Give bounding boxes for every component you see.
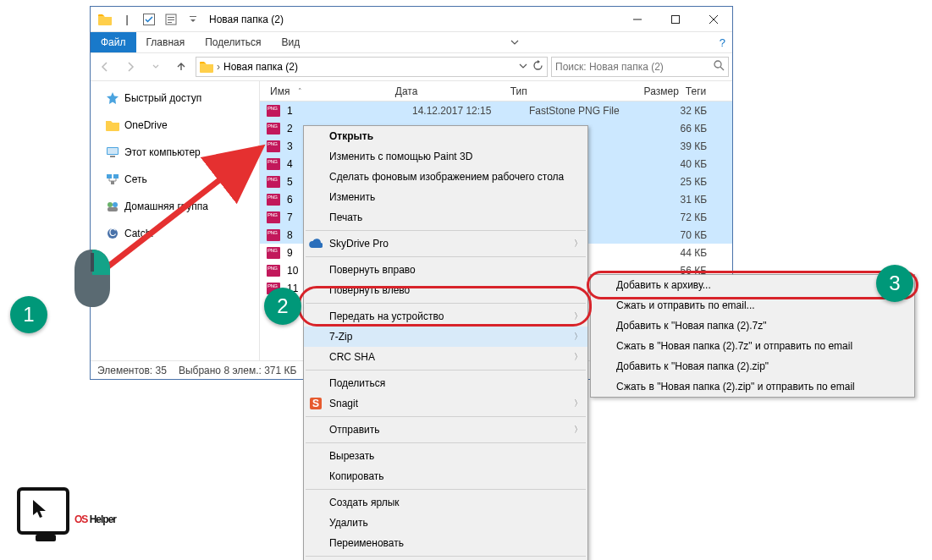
address-bar[interactable]: › Новая папка (2) [196, 57, 548, 77]
menu-item[interactable]: CRC SHA〉 [304, 347, 587, 367]
sidebar-item-label: OneDrive [124, 119, 168, 131]
column-size[interactable]: Размер [624, 85, 682, 97]
menu-item-label: Сделать фоновым изображением рабочего ст… [329, 171, 564, 183]
menu-item[interactable]: Сжать в "Новая папка (2).7z" и отправить… [591, 336, 914, 356]
menu-item[interactable]: Отправить〉 [304, 420, 587, 440]
minimize-button[interactable] [618, 7, 656, 32]
sidebar-item-this-pc[interactable]: Этот компьютер [91, 142, 259, 162]
context-menu: ОткрытьИзменить с помощью Paint 3DСделат… [303, 125, 588, 560]
menu-item[interactable]: Поделиться [304, 373, 587, 393]
annotation-badge-1: 1 [10, 296, 47, 333]
menu-item-label: 7-Zip [329, 331, 352, 343]
file-size: 39 КБ [648, 140, 707, 152]
logo-screen-icon [17, 487, 69, 535]
catch-icon: C [106, 227, 119, 240]
properties-icon[interactable] [162, 10, 180, 29]
menu-item[interactable]: Передать на устройство〉 [304, 306, 587, 327]
svg-point-15 [108, 202, 113, 207]
submenu-7zip: Добавить к архиву...Сжать и отправить по… [590, 274, 915, 398]
tab-view[interactable]: Вид [271, 32, 310, 52]
chevron-right-icon: 〉 [574, 398, 582, 409]
sidebar-item-quick-access[interactable]: Быстрый доступ [91, 88, 259, 108]
file-row[interactable]: 1 14.12.2017 12:15 FastStone PNG File 32… [260, 102, 732, 119]
column-type[interactable]: Тип [507, 85, 624, 97]
nav-forward-button[interactable] [119, 56, 141, 78]
column-name[interactable]: Имя˄ [267, 85, 392, 97]
menu-item[interactable]: Копировать [304, 466, 587, 486]
breadcrumb[interactable]: Новая папка (2) [223, 61, 298, 73]
ribbon-tabs: Файл Главная Поделиться Вид ? [91, 32, 732, 52]
checkbox-icon[interactable] [140, 10, 158, 29]
close-button[interactable] [694, 7, 732, 32]
png-file-icon [267, 265, 280, 277]
png-file-icon [267, 158, 280, 170]
cursor-icon [32, 499, 47, 521]
search-icon[interactable] [714, 60, 725, 74]
sidebar-item-catch[interactable]: C Catch! [91, 223, 259, 244]
menu-item-label: Отправить [329, 424, 380, 436]
window-title: Новая папка (2) [207, 14, 618, 25]
chevron-down-icon[interactable] [519, 61, 527, 73]
tab-share[interactable]: Поделиться [195, 32, 271, 52]
svg-rect-6 [633, 19, 642, 19]
column-tags[interactable]: Теги [682, 85, 732, 97]
tab-home[interactable]: Главная [136, 32, 196, 52]
svg-point-16 [113, 202, 118, 207]
sidebar-item-onedrive[interactable]: OneDrive [91, 115, 259, 135]
menu-item-label: Открыть [329, 130, 373, 142]
png-file-icon [267, 194, 280, 206]
chevron-right-icon: 〉 [574, 310, 582, 322]
menu-item-label: Печать [329, 211, 362, 223]
menu-item-label: Вырезать [329, 450, 374, 462]
menu-item[interactable]: Сделать фоновым изображением рабочего ст… [304, 167, 587, 187]
menu-item[interactable]: Изменить [304, 187, 587, 207]
cloud-icon [309, 237, 323, 250]
menu-item-label: Сжать в "Новая папка (2).zip" и отправит… [616, 381, 855, 393]
menu-item[interactable]: Создать ярлык [304, 492, 587, 513]
chevron-right-icon: 〉 [574, 331, 582, 343]
nav-back-button[interactable] [94, 56, 116, 78]
menu-item[interactable]: Открыть [304, 126, 587, 146]
logo: OS Helper [17, 487, 116, 535]
nav-history-button[interactable] [145, 56, 167, 78]
menu-item[interactable]: Повернуть вправо [304, 260, 587, 280]
menu-item[interactable]: Сжать и отправить по email... [591, 295, 914, 316]
menu-item[interactable]: Изменить с помощью Paint 3D [304, 146, 587, 167]
search-input[interactable] [555, 61, 710, 73]
file-type: FastStone PNG File [529, 105, 648, 117]
menu-item[interactable]: Добавить к "Новая папка (2).7z" [591, 316, 914, 336]
menu-item[interactable]: Повернуть влево [304, 280, 587, 300]
ribbon-help-icon[interactable]: ? [720, 32, 732, 52]
menu-item[interactable]: Переименовать [304, 533, 587, 553]
svg-rect-14 [111, 181, 114, 184]
ribbon-expand-icon[interactable] [502, 32, 527, 52]
column-date[interactable]: Дата [392, 85, 507, 97]
menu-item[interactable]: Сжать в "Новая папка (2).zip" и отправит… [591, 376, 914, 397]
nav-up-button[interactable] [170, 56, 192, 78]
menu-item-label: Создать ярлык [329, 497, 400, 508]
tab-file[interactable]: Файл [91, 32, 136, 52]
menu-item[interactable]: SSnagit〉 [304, 393, 587, 414]
menu-item[interactable]: Печать [304, 207, 587, 228]
png-file-icon [267, 247, 280, 259]
menu-item[interactable]: Добавить к "Новая папка (2).zip" [591, 356, 914, 376]
menu-item-label: Snagit [329, 398, 358, 409]
menu-item[interactable]: 7-Zip〉 [304, 327, 587, 347]
chevron-right-icon[interactable]: › [217, 61, 220, 73]
menu-item[interactable]: Добавить к архиву... [591, 275, 914, 295]
sidebar-item-network[interactable]: Сеть [91, 169, 259, 189]
sidebar-item-label: Быстрый доступ [124, 92, 201, 104]
qat-divider: | [118, 10, 136, 29]
menu-item[interactable]: Вырезать [304, 446, 587, 466]
menu-item[interactable]: SkyDrive Pro〉 [304, 233, 587, 254]
menu-item[interactable]: Удалить [304, 513, 587, 533]
refresh-icon[interactable] [532, 60, 543, 74]
search-box[interactable] [551, 57, 729, 77]
file-size: 66 КБ [648, 123, 707, 135]
menu-item-label: Повернуть вправо [329, 264, 416, 276]
qat-dropdown-icon[interactable] [184, 10, 202, 29]
maximize-button[interactable] [656, 7, 694, 32]
sidebar-item-homegroup[interactable]: Домашняя группа [91, 196, 259, 217]
svg-text:S: S [312, 398, 319, 409]
menu-item-label: Удалить [329, 517, 368, 529]
